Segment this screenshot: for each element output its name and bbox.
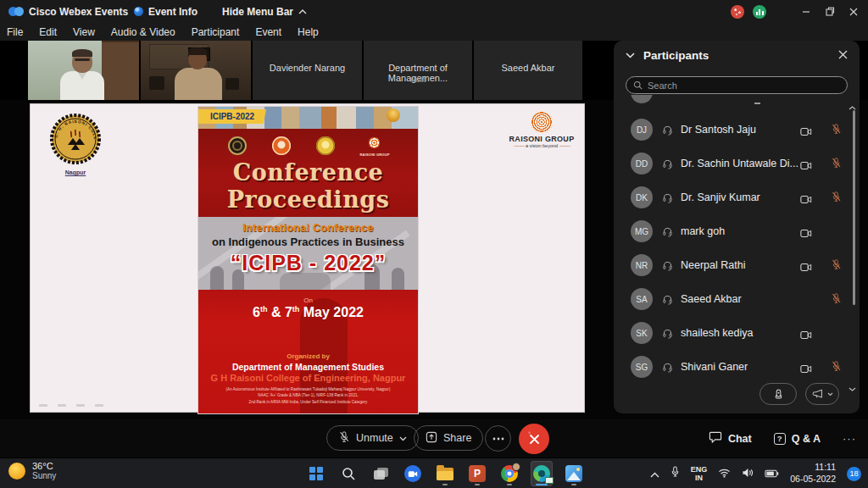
profile-avatar [512, 463, 520, 471]
headset-icon [662, 259, 673, 274]
webex-meetings-app-button[interactable] [402, 461, 424, 486]
poster-bottom-band: On 6th & 7th May 2022 Organized by Depar… [198, 290, 418, 413]
minimize-button[interactable] [795, 0, 817, 23]
recording-indicator-icon[interactable] [731, 5, 744, 19]
folder-icon [437, 468, 453, 480]
qa-button[interactable]: ? Q & A [774, 433, 821, 445]
more-options-button[interactable] [485, 425, 511, 452]
participants-search[interactable] [626, 76, 848, 94]
mic-muted-icon[interactable] [831, 123, 842, 138]
start-button[interactable] [305, 461, 327, 486]
headset-icon [662, 225, 673, 241]
participant-tile-name: Daviender Narang [253, 63, 362, 73]
participant-row[interactable]: SG Shivani Ganer [614, 350, 860, 384]
participant-row[interactable]: SA Saeed Akbar [614, 282, 860, 316]
mic-muted-icon[interactable] [831, 258, 842, 274]
college-mini-logo-icon [228, 136, 247, 155]
search-icon [633, 78, 643, 93]
chat-button[interactable]: Chat [709, 431, 752, 446]
taskbar-weather-widget[interactable]: 36°C Sunny [8, 461, 56, 480]
menu-help[interactable]: Help [298, 26, 319, 38]
hide-menu-label: Hide Menu Bar [222, 6, 293, 18]
camera-on-icon [800, 192, 812, 208]
raisoni-mini-logo-text: RAISONI GROUP [360, 152, 389, 157]
hide-menu-bar-button[interactable]: Hide Menu Bar [222, 0, 307, 23]
leave-event-button[interactable] [519, 424, 549, 454]
share-button[interactable]: Share [414, 425, 483, 451]
more-panels-button[interactable]: ··· [843, 432, 856, 445]
share-label: Share [443, 432, 471, 444]
menu-edit[interactable]: Edit [39, 26, 57, 38]
event-info-button[interactable]: Event Info [134, 0, 198, 23]
taskbar: 36°C Sunny P ENG IN [0, 458, 868, 488]
poster-organized-by: Organized by [198, 352, 418, 360]
spiral-icon [531, 111, 553, 133]
system-tray: ENG IN 11:11 06-05-2022 18 [650, 458, 861, 488]
participant-name-tile-1[interactable]: Daviender Narang [253, 41, 362, 100]
camera-on-icon [800, 226, 812, 241]
participant-row[interactable]: MG mark goh [614, 214, 860, 248]
chrome-button[interactable] [498, 461, 520, 486]
panel-collapse-chevron-icon[interactable] [626, 53, 635, 58]
participant-row[interactable]: DD Dr. Sachin Untawale Di... [614, 147, 860, 180]
weather-condition: Sunny [32, 471, 56, 480]
taskbar-search-button[interactable] [337, 461, 359, 486]
menu-participant[interactable]: Participant [192, 26, 240, 38]
photos-icon [565, 465, 582, 482]
mic-muted-icon[interactable] [831, 292, 842, 308]
participant-name-tile-2[interactable]: Department of Managemen... Host [364, 41, 472, 100]
participant-row[interactable]: SK shailesh kediya [614, 316, 860, 350]
close-panel-icon[interactable] [838, 47, 848, 63]
college-seal-logo: G. H. RAISONI COLLEGE OF ENGINEERING Nag… [46, 113, 105, 175]
mic-muted-icon[interactable] [831, 157, 842, 172]
poster-title-line1: Conference [198, 161, 418, 184]
tray-chevron-up-icon[interactable] [650, 466, 659, 481]
webex-logo-icon [8, 7, 24, 16]
conference-poster: ICIPB-2022 RAISONI GROUP Conference Proc… [198, 107, 418, 413]
photos-button[interactable] [563, 461, 585, 486]
menu-event[interactable]: Event [255, 26, 281, 38]
taskbar-icons: P [305, 458, 585, 488]
mic-muted-icon [338, 430, 350, 446]
sun-icon [8, 463, 25, 480]
webex-active-app-button[interactable] [531, 461, 553, 486]
close-window-button[interactable] [843, 0, 865, 23]
menu-file[interactable]: File [7, 26, 23, 38]
powerpoint-button[interactable]: P [466, 461, 488, 486]
file-explorer-button[interactable] [434, 461, 456, 486]
unmute-button[interactable]: Unmute [326, 425, 419, 451]
task-view-button[interactable] [370, 461, 392, 486]
battery-icon[interactable] [765, 466, 779, 481]
participant-row[interactable]: DK Dr. Sanjiv Kumar [614, 180, 860, 214]
language-switcher[interactable]: ENG IN [691, 465, 708, 483]
mic-muted-icon[interactable] [831, 360, 842, 375]
gold-emblem-icon [316, 136, 335, 155]
poster-conference-line2: on Indigenous Practices in Business [198, 236, 418, 248]
participant-row-partial[interactable] [614, 95, 860, 109]
participant-row[interactable]: DJ Dr Santosh Jaju [614, 113, 860, 147]
tray-mic-icon[interactable] [670, 466, 680, 481]
participant-video-tile-2[interactable] [141, 41, 251, 100]
scrollbar-thumb[interactable] [853, 110, 855, 305]
connection-health-icon[interactable] [753, 5, 766, 19]
wifi-icon[interactable] [718, 466, 731, 481]
raisoni-mini-logo: RAISONI GROUP [360, 136, 389, 155]
participant-name: Saeed Akbar [681, 293, 742, 305]
menu-view[interactable]: View [73, 26, 95, 38]
raise-hand-button[interactable] [760, 383, 797, 405]
chevron-down-icon[interactable] [399, 432, 407, 444]
volume-icon[interactable] [742, 466, 754, 481]
menu-audio-video[interactable]: Audio & Video [111, 26, 175, 38]
participant-name-tile-3[interactable]: Saeed Akbar [474, 41, 582, 100]
participant-row[interactable]: NR Neerpal Rathi [614, 248, 860, 282]
participants-panel: Participants DJ Dr Santosh Jaju [614, 41, 860, 413]
search-input[interactable] [648, 80, 817, 91]
maximize-button[interactable] [819, 0, 841, 23]
megaphone-button[interactable] [805, 383, 839, 405]
taskbar-clock[interactable]: 11:11 06-05-2022 [790, 462, 836, 485]
notification-count-badge[interactable]: 18 [847, 467, 861, 481]
participant-video-tile-1[interactable] [28, 41, 139, 100]
headset-icon [662, 293, 673, 308]
tray-time: 11:11 [790, 462, 836, 474]
mic-muted-icon[interactable] [831, 191, 842, 206]
